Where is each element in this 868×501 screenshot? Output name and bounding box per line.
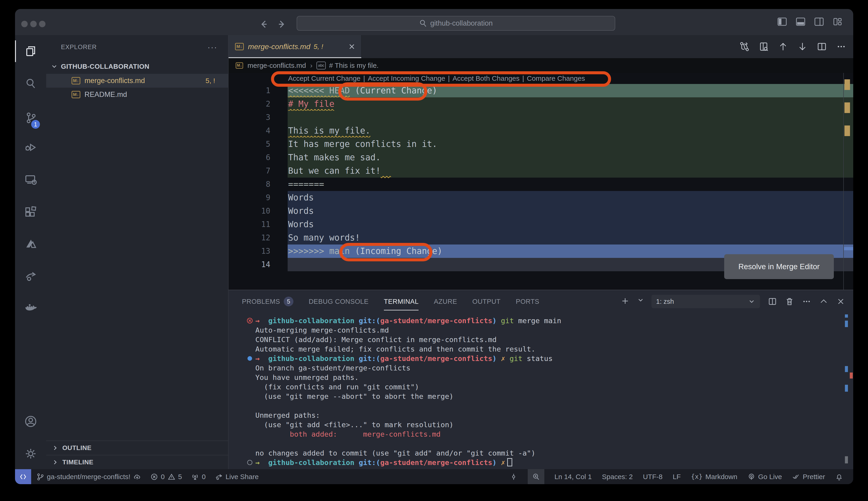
forwarded-ports-count: 0 [202,473,206,481]
go-live-item[interactable]: Go Live [747,473,782,481]
breadcrumb-symbol[interactable]: # This is my file. [329,62,379,70]
line-number: 13 [229,245,270,258]
terminal[interactable]: → github-collaboration git:(ga-student/m… [229,313,853,470]
terminal-line: On branch ga-student/merge-conflicts [229,363,853,373]
explorer-more-icon[interactable]: ··· [208,43,218,52]
live-share-status-item[interactable]: Live Share [215,473,259,481]
problems-status-item[interactable]: 0 5 [150,473,182,481]
explorer-icon[interactable] [15,39,46,64]
split-editor-icon[interactable] [817,42,827,52]
search-sidebar-icon[interactable] [15,71,46,96]
timeline-label: TIMELINE [62,459,94,466]
more-actions-icon[interactable] [836,42,846,52]
cursor-position-item[interactable]: Ln 14, Col 1 [554,473,592,481]
line-number: 5 [229,138,270,151]
docker-icon[interactable] [15,295,46,320]
codelens-link[interactable]: Accept Current Change [288,75,360,82]
tab-close-icon[interactable] [348,43,356,51]
editor-line[interactable]: 11Words [229,218,853,231]
editor-line[interactable]: 10Words [229,204,853,218]
terminal-launch-chevron-icon[interactable] [638,297,644,306]
source-control-icon[interactable]: 1 [15,105,46,130]
split-terminal-icon[interactable] [768,297,777,306]
panel-tab-terminal[interactable]: TERMINAL [384,298,419,306]
breadcrumb-file[interactable]: merge-conflicts.md [248,62,306,70]
accounts-icon[interactable] [15,409,46,434]
editor-line[interactable]: 6That makes me sad. [229,151,853,164]
outline-section[interactable]: OUTLINE [46,440,228,455]
customize-layout-icon[interactable] [833,17,843,27]
prettier-item[interactable]: Prettier [792,473,825,481]
zoom-status-item[interactable] [528,469,544,484]
line-highlight [287,204,853,218]
editor-line[interactable]: 3 [229,111,853,124]
live-share-icon[interactable] [15,263,46,289]
file-row[interactable]: M↓merge-conflicts.md5, ! [46,74,228,88]
panel-tab-ports[interactable]: PORTS [516,298,539,306]
kill-terminal-icon[interactable] [785,297,794,306]
file-row[interactable]: M↓README.md [46,88,228,102]
warning-count: 5 [178,473,182,481]
indentation-item[interactable]: Spaces: 2 [602,473,633,481]
language-mode-item[interactable]: {x} Markdown [691,473,738,481]
new-terminal-icon[interactable] [620,297,630,306]
open-preview-icon[interactable] [759,42,769,52]
terminal-line: → github-collaboration git:(ga-student/m… [229,458,853,467]
toggle-panel-icon[interactable] [795,17,806,27]
line-text: That makes me sad. [288,151,381,164]
tab-merge-conflicts[interactable]: M↓ merge-conflicts.md 5, ! [229,35,362,58]
warning-ruler-mark [845,126,850,136]
remote-indicator[interactable] [15,469,31,484]
symbol-string-icon: abc [316,62,326,70]
codelens-link[interactable]: Compare Changes [527,75,585,82]
branch-status-item[interactable]: ga-student/merge-conflicts! [36,473,141,481]
panel-more-icon[interactable] [802,297,811,306]
terminal-cursor [507,458,512,466]
command-center-search[interactable]: github-collaboration [297,16,615,31]
ports-status-item[interactable]: 0 [191,473,206,481]
terminal-line: → github-collaboration git:(ga-student/m… [229,316,853,326]
timeline-section[interactable]: TIMELINE [46,455,228,469]
panel-tab-output[interactable]: OUTPUT [472,298,501,306]
forward-arrow-icon[interactable] [275,18,288,31]
encoding-item[interactable]: UTF-8 [643,473,662,481]
open-changes-icon[interactable] [739,42,749,52]
editor-line[interactable]: 1<<<<<<< HEAD (Current Change) [229,84,853,97]
previous-change-icon[interactable] [778,42,788,52]
bell-icon[interactable] [835,473,843,481]
panel-tab-problems[interactable]: PROBLEMS5 [242,297,293,306]
next-change-icon[interactable] [797,42,807,52]
panel-tab-azure[interactable]: AZURE [434,298,457,306]
terminal-line: Automatic merge failed; fix conflicts an… [229,344,853,354]
settings-gear-icon[interactable] [15,441,46,466]
line-number: 10 [229,204,270,218]
close-panel-icon[interactable] [836,297,845,306]
editor-line[interactable]: 9Words [229,191,853,204]
terminal-session-select[interactable]: 1: zsh [651,295,760,308]
maximize-panel-icon[interactable] [819,297,828,306]
toggle-sidebar-icon[interactable] [777,17,787,27]
line-number: 12 [229,231,270,245]
editor-line[interactable]: 4This is my file. [229,124,853,138]
eol-item[interactable]: LF [673,473,681,481]
panel-tab-debug-console[interactable]: DEBUG CONSOLE [308,298,369,306]
run-debug-icon[interactable] [15,135,46,160]
workspace-section-header[interactable]: GITHUB-COLLABORATION [46,59,228,74]
window-minimize-button[interactable] [30,21,37,27]
editor-line[interactable]: 8======= [229,178,853,191]
editor-line[interactable]: 5It has merge conflicts in it. [229,138,853,151]
editor-line[interactable]: 7But we can fix it! [229,164,853,178]
editor-line[interactable]: 2# My file [229,97,853,111]
editor-line[interactable]: 12So many words! [229,231,853,245]
extensions-icon[interactable] [15,199,46,224]
resolve-in-merge-editor-button[interactable]: Resolve in Merge Editor [724,254,834,279]
commit-icon[interactable] [510,473,517,481]
back-arrow-icon[interactable] [258,18,270,31]
window-zoom-button[interactable] [39,21,45,27]
azure-icon[interactable] [15,231,46,256]
codelens-link[interactable]: Accept Incoming Change [368,75,445,82]
codelens-link[interactable]: Accept Both Changes [452,75,520,82]
toggle-secondary-sidebar-icon[interactable] [814,17,824,27]
window-close-button[interactable] [21,21,28,27]
remote-explorer-icon[interactable] [15,167,46,192]
